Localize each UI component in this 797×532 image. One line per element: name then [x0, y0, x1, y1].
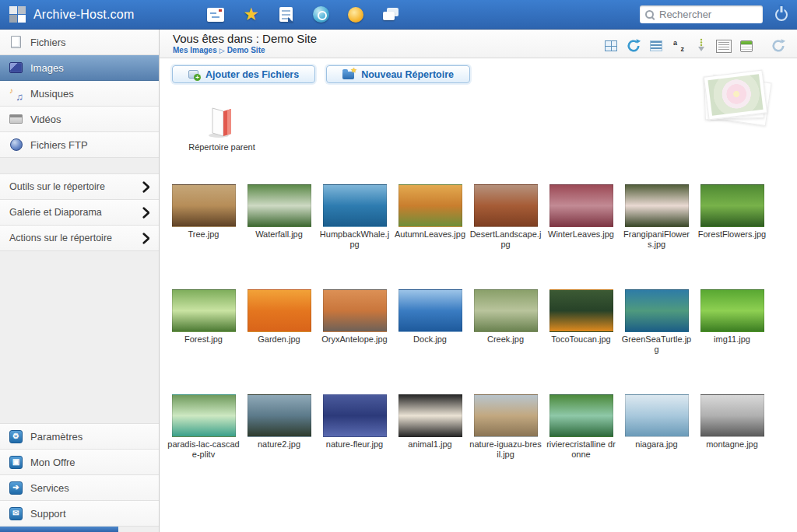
content-header: Vous êtes dans : Demo Site Mes Images▷De…: [160, 30, 797, 58]
file-name: TocoToucan.jpg: [543, 334, 619, 345]
file-item[interactable]: ForestFlowers.jpg: [694, 184, 770, 289]
file-item[interactable]: nature-fleur.jpg: [317, 394, 392, 499]
file-item[interactable]: nature-iguazu-bresil.jpg: [468, 394, 543, 499]
file-thumbnail: [474, 289, 538, 332]
file-thumbnail: [398, 184, 462, 227]
edit-document-icon[interactable]: [276, 5, 296, 24]
file-thumbnail: [172, 289, 236, 332]
details-view-icon[interactable]: [716, 38, 732, 54]
file-grid: Tree.jpg Waterfall.jpg HumpbackWhale.jpg…: [166, 184, 797, 499]
file-thumbnail: [625, 289, 689, 332]
sidebar-footer: ⚙ Paramètres ▣ Mon Offre ➔ Services ✉ Su…: [0, 423, 159, 527]
calendar-icon[interactable]: [739, 38, 754, 54]
sidebar-item-ftp[interactable]: Fichiers FTP: [0, 132, 159, 158]
images-icon: [9, 61, 23, 75]
sidebar-item-label: Images: [30, 62, 64, 74]
sidebar: Fichiers Images Musiques Vidéos Fichiers…: [0, 30, 160, 532]
sidebar-item-images[interactable]: Images: [0, 55, 159, 81]
brand-name: Archive-Host.com: [33, 8, 134, 22]
file-item[interactable]: TocoToucan.jpg: [543, 289, 619, 394]
file-thumbnail: [625, 184, 689, 227]
file-manager-icon[interactable]: [205, 5, 226, 24]
file-item[interactable]: niagara.jpg: [619, 394, 694, 499]
sidebar-item-mon-offre[interactable]: ▣ Mon Offre: [0, 450, 159, 475]
sidebar-item-support[interactable]: ✉ Support: [0, 501, 159, 527]
file-item[interactable]: GreenSeaTurtle.jpg: [619, 289, 694, 394]
file-item[interactable]: Creek.jpg: [468, 289, 543, 394]
file-item[interactable]: Waterfall.jpg: [241, 184, 317, 289]
file-thumbnail: [172, 184, 236, 227]
file-thumbnail: [625, 394, 689, 437]
thumbnails-view-icon[interactable]: [603, 38, 619, 54]
sidebar-item-services[interactable]: ➔ Services: [0, 475, 159, 501]
file-name: montagne.jpg: [694, 439, 770, 450]
file-item[interactable]: HumpbackWhale.jpg: [317, 184, 392, 289]
file-thumbnail: [549, 289, 613, 332]
power-icon[interactable]: [775, 9, 788, 21]
sort-alpha-icon[interactable]: [671, 38, 686, 54]
sidebar-item-label: Fichiers: [30, 37, 66, 48]
musiques-icon: [9, 87, 23, 100]
file-name: FrangipaniFlowers.jpg: [619, 229, 694, 250]
search-icon: [645, 10, 654, 19]
file-item[interactable]: FrangipaniFlowers.jpg: [619, 184, 694, 289]
sidebar-item-label: Musiques: [30, 88, 74, 100]
breadcrumb-current[interactable]: Demo Site: [227, 46, 265, 54]
new-badge-icon[interactable]: [346, 5, 366, 24]
sidebar-item-actions-repertoire[interactable]: Actions sur le répertoire: [0, 226, 159, 251]
breadcrumb-root[interactable]: Mes Images: [173, 46, 217, 54]
list-view-icon[interactable]: [648, 38, 664, 54]
file-item[interactable]: OryxAntelope.jpg: [317, 289, 392, 394]
link-globe-icon[interactable]: [311, 5, 331, 24]
favorites-star-icon[interactable]: [241, 5, 261, 24]
file-thumbnail: [398, 289, 462, 332]
file-item[interactable]: Dock.jpg: [392, 289, 468, 394]
sidebar-item-label: Fichiers FTP: [30, 139, 88, 151]
file-item[interactable]: AutumnLeaves.jpg: [392, 184, 468, 289]
new-folder-button[interactable]: Nouveau Répertoire: [326, 65, 470, 83]
file-name: niagara.jpg: [619, 439, 694, 450]
file-item[interactable]: nature2.jpg: [241, 394, 317, 499]
breadcrumb-separator-icon: ▷: [219, 47, 225, 54]
file-item[interactable]: WinterLeaves.jpg: [543, 184, 619, 289]
sidebar-item-outils-repertoire[interactable]: Outils sur le répertoire: [0, 174, 159, 200]
file-item[interactable]: Forest.jpg: [166, 289, 241, 394]
sidebar-item-musiques[interactable]: Musiques: [0, 81, 159, 107]
file-thumbnail: [248, 289, 311, 332]
file-item[interactable]: montagne.jpg: [694, 394, 770, 499]
file-thumbnail: [323, 289, 387, 332]
search-input[interactable]: [659, 9, 746, 20]
parent-folder-icon: [207, 102, 237, 138]
parent-folder[interactable]: Répertoire parent: [186, 102, 258, 152]
videos-icon: [9, 113, 23, 126]
file-item[interactable]: img11.jpg: [694, 289, 770, 394]
support-icon: ✉: [9, 507, 23, 520]
download-icon[interactable]: [693, 38, 709, 54]
file-thumbnail: [474, 184, 538, 227]
file-item[interactable]: paradis-lac-cascade-plitv: [166, 394, 241, 499]
breadcrumb: Mes Images▷Demo Site: [173, 46, 317, 54]
sidebar-item-label: Paramètres: [30, 431, 83, 443]
file-item[interactable]: Tree.jpg: [166, 184, 241, 289]
sidebar-item-galerie-diaporama[interactable]: Galerie et Diaporama: [0, 200, 159, 226]
file-item[interactable]: DesertLandscape.jpg: [468, 184, 543, 289]
sidebar-item-fichiers[interactable]: Fichiers: [0, 30, 159, 55]
file-name: rivierecristalline dronne: [543, 439, 619, 460]
file-name: Forest.jpg: [166, 334, 241, 345]
file-item[interactable]: Garden.jpg: [241, 289, 317, 394]
sync-icon[interactable]: [771, 38, 786, 54]
file-thumbnail: [700, 289, 764, 332]
logo[interactable]: Archive-Host.com: [9, 6, 134, 23]
file-item[interactable]: rivierecristalline dronne: [543, 394, 619, 499]
add-files-button[interactable]: Ajouter des Fichiers: [172, 65, 315, 83]
file-item[interactable]: animal1.jpg: [392, 394, 468, 499]
file-name: Dock.jpg: [392, 334, 468, 345]
file-name: Creek.jpg: [468, 334, 543, 345]
topbar: Archive-Host.com: [0, 0, 797, 30]
chevron-right-icon: [142, 233, 149, 244]
sidebar-item-parametres[interactable]: ⚙ Paramètres: [0, 424, 159, 450]
refresh-icon[interactable]: [626, 38, 641, 54]
file-thumbnail: [398, 394, 462, 437]
messages-icon[interactable]: [381, 5, 401, 24]
sidebar-item-videos[interactable]: Vidéos: [0, 107, 159, 132]
